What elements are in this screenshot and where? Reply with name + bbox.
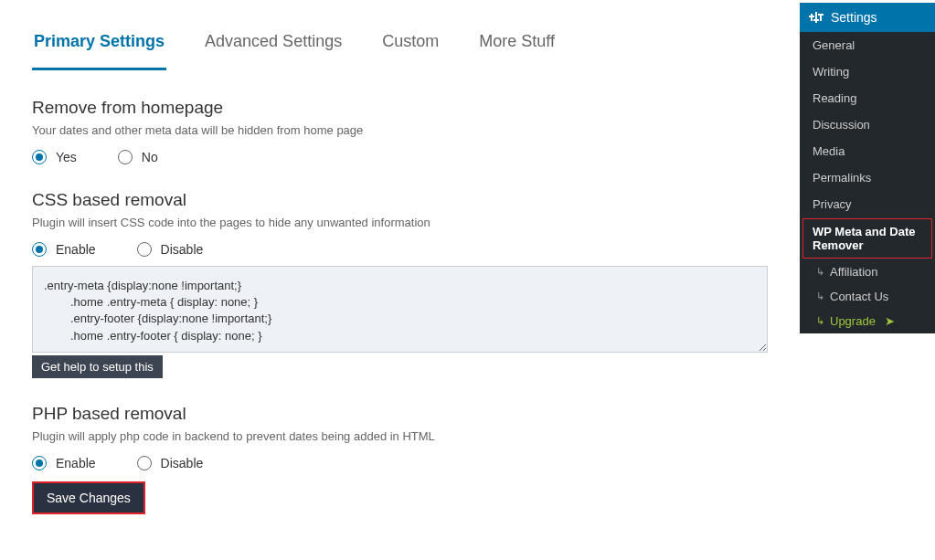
sidebar-item-permalinks[interactable]: Permalinks — [800, 164, 935, 191]
svg-rect-4 — [813, 19, 819, 21]
tab-custom[interactable]: Custom — [380, 18, 441, 70]
sidebar-subitem-contact-us[interactable]: ↳ Contact Us — [800, 284, 935, 309]
section-title: CSS based removal — [32, 190, 768, 210]
help-setup-button[interactable]: Get help to setup this — [32, 355, 163, 378]
section-title: Remove from homepage — [32, 98, 768, 118]
settings-icon — [809, 10, 823, 25]
svg-rect-5 — [818, 14, 823, 16]
section-css-removal: CSS based removal Plugin will insert CSS… — [32, 190, 768, 378]
section-title: PHP based removal — [32, 404, 768, 424]
radio-icon — [32, 456, 47, 470]
sub-arrow-icon: ↳ — [816, 315, 824, 327]
sidebar-subitem-label: Contact Us — [830, 290, 888, 303]
css-code-textarea[interactable] — [32, 266, 768, 353]
sidebar-item-reading[interactable]: Reading — [800, 85, 935, 111]
radio-disable[interactable]: Disable — [137, 456, 204, 470]
radio-icon — [32, 150, 47, 164]
tab-more-stuff[interactable]: More Stuff — [477, 18, 557, 70]
radio-group-php: Enable Disable — [32, 456, 768, 470]
sidebar-item-wp-meta-date-remover[interactable]: WP Meta and Date Remover — [802, 218, 932, 259]
svg-rect-1 — [815, 12, 817, 23]
sidebar-subitem-label: Upgrade — [830, 314, 876, 328]
radio-disable[interactable]: Disable — [137, 242, 204, 257]
tab-primary-settings[interactable]: Primary Settings — [32, 18, 166, 70]
radio-label: Disable — [161, 242, 204, 257]
radio-group-css: Enable Disable — [32, 242, 768, 257]
sidebar-item-writing[interactable]: Writing — [800, 58, 935, 85]
radio-no[interactable]: No — [118, 150, 158, 164]
radio-label: Enable — [56, 242, 96, 257]
sidebar-subitem-affiliation[interactable]: ↳ Affiliation — [800, 259, 935, 284]
sub-arrow-icon: ↳ — [816, 266, 824, 278]
settings-sidebar: Settings General Writing Reading Discuss… — [800, 3, 935, 333]
section-remove-homepage: Remove from homepage Your dates and othe… — [32, 98, 768, 164]
tabs-bar: Primary Settings Advanced Settings Custo… — [32, 18, 768, 70]
sub-arrow-icon: ↳ — [816, 291, 824, 302]
sidebar-header-label: Settings — [831, 10, 877, 25]
radio-icon — [118, 150, 133, 164]
svg-rect-2 — [820, 16, 822, 21]
radio-label: No — [142, 150, 158, 164]
sidebar-item-privacy[interactable]: Privacy — [800, 191, 935, 217]
radio-label: Enable — [56, 456, 96, 470]
sidebar-subitem-label: Affiliation — [830, 265, 878, 279]
radio-enable[interactable]: Enable — [32, 242, 96, 257]
tab-advanced-settings[interactable]: Advanced Settings — [203, 18, 344, 70]
radio-icon — [137, 242, 152, 257]
svg-rect-3 — [809, 16, 814, 17]
arrow-right-icon: ➤ — [885, 314, 895, 328]
sidebar-item-media[interactable]: Media — [800, 138, 935, 164]
radio-label: Yes — [56, 150, 77, 164]
section-desc: Plugin will apply php code in backend to… — [32, 429, 768, 443]
radio-icon — [137, 456, 152, 470]
radio-icon — [32, 242, 47, 257]
radio-label: Disable — [161, 456, 204, 470]
sidebar-item-discussion[interactable]: Discussion — [800, 111, 935, 138]
sidebar-item-general[interactable]: General — [800, 32, 935, 58]
sidebar-header[interactable]: Settings — [800, 3, 935, 32]
radio-enable[interactable]: Enable — [32, 456, 96, 470]
sidebar-subitem-upgrade[interactable]: ↳ Upgrade ➤ — [800, 309, 935, 333]
section-desc: Plugin will insert CSS code into the pag… — [32, 216, 768, 229]
section-desc: Your dates and other meta data will be h… — [32, 123, 768, 137]
radio-group-homepage: Yes No — [32, 150, 768, 164]
section-php-removal: PHP based removal Plugin will apply php … — [32, 404, 768, 514]
radio-yes[interactable]: Yes — [32, 150, 77, 164]
main-content: Primary Settings Advanced Settings Custo… — [0, 0, 800, 558]
save-changes-button[interactable]: Save Changes — [32, 481, 145, 514]
